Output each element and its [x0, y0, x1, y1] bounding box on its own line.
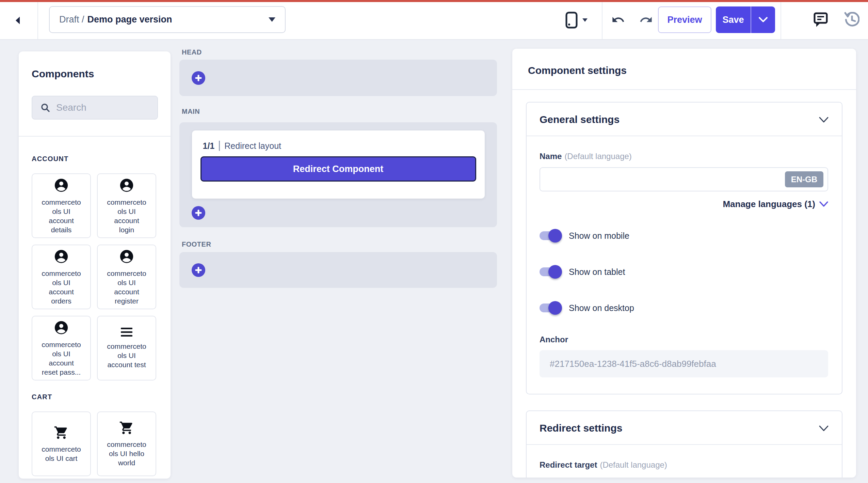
- layout-cell[interactable]: 1/1 Redirect layout Redirect Component: [192, 130, 485, 199]
- top-accent-bar: [0, 0, 868, 2]
- tile-label: commerceto ols UI account test: [107, 342, 146, 369]
- account-circle-icon: [119, 177, 134, 193]
- component-tile[interactable]: commerceto ols UI account register: [97, 245, 156, 309]
- search-icon: [41, 103, 50, 112]
- toggle-label: Show on mobile: [569, 231, 629, 241]
- preview-button[interactable]: Preview: [658, 6, 711, 33]
- device-preview-select[interactable]: [563, 10, 592, 30]
- cart-icon: [54, 425, 69, 440]
- back-button[interactable]: [10, 14, 25, 27]
- general-settings-header[interactable]: General settings: [527, 103, 842, 136]
- zone-label-footer: FOOTER: [182, 240, 211, 248]
- add-component-button-footer[interactable]: [192, 263, 205, 277]
- redirect-settings-card: Redirect settings Redirect target(Defaul…: [526, 410, 842, 478]
- save-button[interactable]: Save: [716, 6, 751, 33]
- account-tile-grid: commerceto ols UI account details commer…: [32, 173, 158, 380]
- sidebar-title: Components: [32, 68, 158, 80]
- version-name: Demo page version: [87, 14, 172, 25]
- redirect-component[interactable]: Redirect Component: [200, 156, 476, 182]
- component-tile[interactable]: commerceto ols UI account details: [32, 173, 91, 238]
- general-settings-title: General settings: [540, 114, 620, 125]
- zone-label-head: HEAD: [182, 48, 202, 56]
- tile-label: commerceto ols UI hello world: [107, 440, 146, 467]
- show-on-mobile-row: Show on mobile: [540, 228, 828, 243]
- caret-down-icon: [269, 17, 275, 22]
- component-settings-panel: Component settings General settings Name…: [512, 49, 856, 478]
- redirect-settings-header[interactable]: Redirect settings: [527, 411, 842, 445]
- head-dropzone[interactable]: [179, 60, 497, 96]
- chevron-down-icon: [819, 425, 829, 432]
- version-prefix: Draft /: [59, 14, 84, 25]
- manage-languages-link[interactable]: Manage languages (1): [540, 199, 828, 209]
- anchor-field[interactable]: #217150ea-1238-41f5-a8c6-d8ab99febfaa: [540, 350, 828, 377]
- component-tile[interactable]: commerceto ols UI account reset pass...: [32, 316, 91, 380]
- comment-icon: [813, 12, 828, 28]
- component-tile[interactable]: commerceto ols UI account login: [97, 173, 156, 238]
- undo-button[interactable]: [611, 12, 626, 27]
- zone-label-main: MAIN: [182, 108, 200, 115]
- tile-label: commerceto ols UI account orders: [42, 269, 81, 306]
- account-circle-icon: [53, 249, 69, 264]
- component-tile[interactable]: commerceto ols UI account test: [97, 316, 156, 380]
- name-field: EN-GB: [540, 167, 828, 191]
- add-component-button-head[interactable]: [192, 71, 205, 85]
- sidebar-divider: [19, 136, 171, 137]
- component-tile[interactable]: commerceto ols UI hello world: [97, 411, 156, 476]
- mobile-icon: [565, 12, 578, 29]
- save-button-group: Save: [716, 6, 775, 33]
- cell-layout-name: Redirect layout: [224, 141, 281, 151]
- chevron-left-icon: [15, 16, 20, 25]
- caret-down-icon: [582, 18, 588, 22]
- toggle-show-on-mobile[interactable]: [540, 228, 562, 243]
- undo-icon: [611, 14, 625, 26]
- save-options-button[interactable]: [751, 6, 775, 33]
- add-component-button-main[interactable]: [192, 206, 205, 220]
- language-badge: EN-GB: [785, 171, 823, 187]
- chevron-down-icon: [819, 116, 829, 123]
- search-input[interactable]: [55, 102, 154, 113]
- chevron-down-icon: [819, 201, 828, 207]
- toggle-show-on-tablet[interactable]: [540, 264, 562, 279]
- layout-cell-header: 1/1 Redirect layout: [200, 141, 476, 151]
- redirect-settings-title: Redirect settings: [540, 422, 622, 434]
- toolbar-divider: [781, 2, 781, 39]
- comments-button[interactable]: [813, 12, 829, 28]
- toggle-label: Show on tablet: [569, 267, 625, 277]
- toggle-label: Show on desktop: [569, 303, 634, 313]
- tile-label: commerceto ols UI account register: [107, 269, 146, 306]
- tile-label: commerceto ols UI account details: [42, 198, 81, 234]
- redirect-target-label: Redirect target(Default language): [540, 460, 828, 470]
- menu-icon: [119, 327, 134, 337]
- general-settings-card: General settings Name(Default language) …: [526, 102, 842, 394]
- settings-panel-title: Component settings: [528, 65, 856, 76]
- history-icon: [844, 12, 859, 28]
- main-dropzone[interactable]: 1/1 Redirect layout Redirect Component: [179, 122, 497, 227]
- top-toolbar: Draft / Demo page version Preview Save: [0, 0, 868, 40]
- component-tile[interactable]: commerceto ols UI account orders: [32, 245, 91, 309]
- account-circle-icon: [53, 320, 69, 336]
- tile-label: commerceto ols UI account login: [107, 198, 146, 234]
- component-tile[interactable]: commerceto ols UI cart: [32, 411, 91, 476]
- cart-tile-grid: commerceto ols UI cart commerceto ols UI…: [32, 411, 158, 476]
- toggle-show-on-desktop[interactable]: [540, 300, 562, 315]
- component-search: [32, 96, 158, 120]
- tile-label: commerceto ols UI account reset pass...: [42, 340, 81, 377]
- tile-label: commerceto ols UI cart: [42, 445, 81, 463]
- anchor-field-label: Anchor: [540, 334, 828, 345]
- section-label-cart: CART: [32, 393, 158, 401]
- redo-button[interactable]: [639, 12, 654, 27]
- redo-icon: [639, 14, 653, 26]
- show-on-desktop-row: Show on desktop: [540, 300, 828, 315]
- page-version-select[interactable]: Draft / Demo page version: [49, 6, 286, 33]
- account-circle-icon: [53, 177, 69, 193]
- show-on-tablet-row: Show on tablet: [540, 264, 828, 279]
- account-circle-icon: [119, 249, 134, 264]
- footer-dropzone[interactable]: [179, 252, 497, 288]
- toolbar-divider: [602, 2, 602, 39]
- name-field-label: Name(Default language): [540, 151, 828, 161]
- cell-divider: [219, 141, 220, 151]
- cell-position-badge: 1/1: [203, 141, 215, 151]
- toolbar-divider: [37, 2, 38, 39]
- cart-icon: [119, 420, 134, 435]
- history-button[interactable]: [843, 12, 860, 28]
